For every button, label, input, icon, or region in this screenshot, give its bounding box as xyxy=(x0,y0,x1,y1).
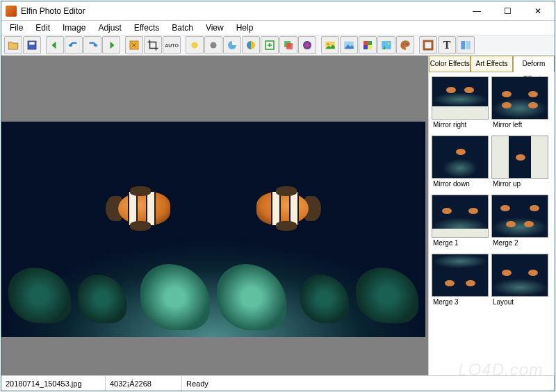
back-icon[interactable] xyxy=(46,36,64,54)
close-button[interactable]: ✕ xyxy=(523,2,553,20)
panels-icon[interactable] xyxy=(457,36,475,54)
frame-icon[interactable] xyxy=(419,36,437,54)
svg-rect-23 xyxy=(424,41,432,49)
status-dimensions: 4032¡Á2268 xyxy=(106,376,182,391)
status-filename: 20180714_150453.jpg xyxy=(1,376,106,391)
svg-point-21 xyxy=(404,42,406,43)
effect-mirror-up[interactable]: Mirror up xyxy=(490,136,550,192)
effects-list[interactable]: Mirror right Mirror left Mirror down Mir… xyxy=(429,72,555,375)
effect-mirror-left[interactable]: Mirror left xyxy=(490,76,550,133)
image-canvas[interactable] xyxy=(1,122,425,337)
effect-mirror-down[interactable]: Mirror down xyxy=(430,136,490,192)
tab-deform-effects[interactable]: Deform Effects xyxy=(513,56,555,72)
text-icon[interactable]: T xyxy=(438,36,456,54)
tab-color-effects[interactable]: Color Effects xyxy=(429,56,471,72)
half-icon[interactable] xyxy=(242,36,260,54)
menu-help[interactable]: Help xyxy=(231,22,259,34)
forward-icon[interactable] xyxy=(102,36,120,54)
svg-point-10 xyxy=(303,41,311,49)
image1-icon[interactable] xyxy=(321,36,339,54)
canvas-area[interactable] xyxy=(1,56,428,375)
menu-edit[interactable]: Edit xyxy=(30,22,56,34)
menu-file[interactable]: File xyxy=(4,22,28,34)
toolbar: AUTO T xyxy=(1,35,555,56)
svg-point-3 xyxy=(192,42,198,49)
brighten-icon[interactable] xyxy=(186,36,204,54)
svg-point-12 xyxy=(327,43,329,45)
minimize-button[interactable]: — xyxy=(461,2,492,20)
pie-icon[interactable] xyxy=(223,36,241,54)
svg-rect-9 xyxy=(286,43,293,49)
swatch-icon[interactable] xyxy=(359,36,377,54)
crop-icon[interactable] xyxy=(144,36,162,54)
maximize-button[interactable]: ☐ xyxy=(492,2,523,20)
undo-icon[interactable] xyxy=(65,36,83,54)
menu-image[interactable]: Image xyxy=(57,22,91,34)
menu-view[interactable]: View xyxy=(200,22,229,34)
effects-sidebar: Color Effects Art Effects Deform Effects… xyxy=(428,56,555,375)
fit-icon[interactable] xyxy=(125,36,143,54)
statusbar: 20180714_150453.jpg 4032¡Á2268 Ready xyxy=(1,375,555,391)
svg-point-19 xyxy=(388,42,390,44)
menu-effects[interactable]: Effects xyxy=(129,22,165,34)
effect-merge-3[interactable]: Merge 3 xyxy=(430,254,490,310)
layers-icon[interactable] xyxy=(279,36,297,54)
svg-rect-18 xyxy=(382,41,391,49)
tab-art-effects[interactable]: Art Effects xyxy=(471,56,512,72)
svg-rect-16 xyxy=(363,45,368,49)
effect-layout[interactable]: Layout xyxy=(490,254,550,310)
svg-rect-14 xyxy=(363,41,368,45)
save-icon[interactable] xyxy=(23,36,41,54)
palette-icon[interactable] xyxy=(396,36,414,54)
menu-batch[interactable]: Batch xyxy=(166,22,199,34)
svg-point-22 xyxy=(407,43,408,44)
svg-rect-25 xyxy=(466,41,471,49)
auto-icon[interactable]: AUTO xyxy=(163,36,181,54)
app-icon xyxy=(6,6,17,17)
menubar: File Edit Image Adjust Effects Batch Vie… xyxy=(1,21,555,35)
effect-mirror-right[interactable]: Mirror right xyxy=(430,76,490,133)
darken-icon[interactable] xyxy=(204,36,222,54)
open-icon[interactable] xyxy=(4,36,22,54)
status-state: Ready xyxy=(182,376,555,391)
svg-point-4 xyxy=(211,42,217,49)
svg-rect-24 xyxy=(461,41,465,49)
svg-rect-1 xyxy=(29,42,35,45)
redo-icon[interactable] xyxy=(83,36,101,54)
add-layer-icon[interactable] xyxy=(261,36,279,54)
svg-point-20 xyxy=(402,43,404,44)
color-ball-icon[interactable] xyxy=(298,36,316,54)
menu-adjust[interactable]: Adjust xyxy=(92,22,126,34)
svg-rect-15 xyxy=(368,41,372,45)
svg-rect-17 xyxy=(368,45,372,49)
effect-merge-1[interactable]: Merge 1 xyxy=(430,195,490,251)
image2-icon[interactable] xyxy=(340,36,358,54)
effect-merge-2[interactable]: Merge 2 xyxy=(490,195,550,251)
window-title: Elfin Photo Editor xyxy=(21,6,461,16)
landscape-icon[interactable] xyxy=(377,36,395,54)
titlebar: Elfin Photo Editor — ☐ ✕ xyxy=(1,1,555,21)
